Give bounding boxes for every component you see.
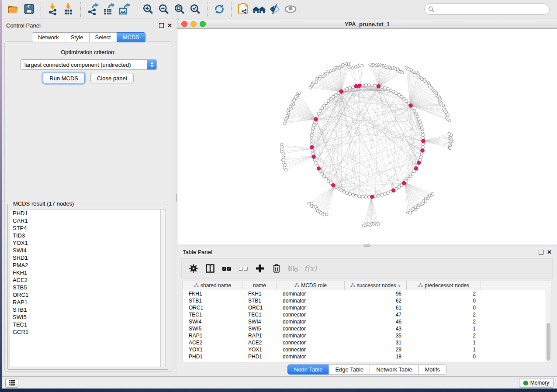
- mcds-result-item[interactable]: CAR1: [10, 217, 160, 224]
- tab-mcds[interactable]: MCDS: [117, 32, 145, 42]
- table-cell[interactable]: 35: [345, 333, 407, 339]
- import-network-icon[interactable]: [46, 2, 60, 16]
- mcds-result-item[interactable]: PMA2: [10, 261, 160, 269]
- birds-eye-view-icon[interactable]: [284, 2, 298, 16]
- clone-network-icon[interactable]: [236, 2, 250, 16]
- mcds-result-item[interactable]: ACE2: [10, 276, 160, 284]
- table-cell[interactable]: dominator: [277, 319, 345, 325]
- task-history-button[interactable]: [5, 378, 18, 388]
- table-cell[interactable]: dominator: [277, 354, 345, 360]
- zoom-out-icon[interactable]: [157, 2, 171, 16]
- table-cell[interactable]: ACE2: [183, 340, 242, 346]
- run-mcds-button[interactable]: Run MCDS: [43, 73, 85, 83]
- optimization-criterion-select[interactable]: largest connected component (undirected): [20, 59, 157, 70]
- node-table[interactable]: shared namenameMCDS rolesuccessor nodes∨…: [183, 281, 551, 362]
- mcds-result-item[interactable]: STP4: [10, 224, 160, 232]
- network-window-titlebar[interactable]: YPA_prune.txt_1: [177, 20, 557, 29]
- table-row[interactable]: FKH1FKH1dominator962: [183, 290, 551, 297]
- network-graph[interactable]: [177, 29, 557, 244]
- table-cell[interactable]: TEC1: [242, 312, 277, 318]
- table-cell[interactable]: connector: [277, 347, 345, 353]
- table-cell[interactable]: ACE2: [242, 340, 277, 346]
- tab-network[interactable]: Network: [32, 32, 65, 42]
- table-row[interactable]: PHD1PHD1dominator180: [183, 353, 551, 360]
- table-cell[interactable]: 0: [407, 305, 481, 311]
- table-settings-icon[interactable]: [188, 263, 199, 274]
- tab-style[interactable]: Style: [65, 32, 90, 42]
- table-row[interactable]: SWI4SWI4dominator462: [183, 318, 551, 325]
- table-cell[interactable]: 2: [407, 291, 481, 297]
- table-cell[interactable]: YOX1: [183, 347, 242, 353]
- close-panel-icon[interactable]: ✕: [167, 23, 172, 28]
- table-cell[interactable]: RAP1: [183, 333, 242, 339]
- mcds-result-item[interactable]: GCR1: [10, 328, 160, 336]
- table-cell[interactable]: 61: [345, 305, 407, 311]
- deselect-all-icon[interactable]: [238, 263, 249, 274]
- table-cell[interactable]: 47: [345, 312, 407, 318]
- table-cell[interactable]: 46: [345, 319, 407, 325]
- import-table-icon[interactable]: [62, 2, 76, 16]
- mcds-result-item[interactable]: SWI4: [10, 247, 160, 254]
- mcds-result-item[interactable]: STB5: [10, 284, 160, 291]
- table-cell[interactable]: 1: [407, 340, 481, 346]
- table-cell[interactable]: dominator: [277, 298, 345, 304]
- table-row[interactable]: SWI5SWI5connector431: [183, 325, 551, 332]
- table-scrollbar[interactable]: [546, 290, 551, 362]
- column-header-MCDS-role[interactable]: MCDS role: [277, 281, 345, 290]
- table-cell[interactable]: connector: [277, 340, 345, 346]
- mcds-result-item[interactable]: ORC1: [10, 291, 160, 299]
- memory-button[interactable]: Memory: [519, 378, 554, 388]
- mcds-result-item[interactable]: SWI5: [10, 313, 160, 321]
- mcds-result-item[interactable]: RAP1: [10, 299, 160, 306]
- mcds-result-list[interactable]: PHD1CAR1STP4TID3YOX1SWI4SRD1PMA2FKH1ACE2…: [10, 209, 161, 367]
- table-cell[interactable]: PHD1: [183, 354, 242, 360]
- table-cell[interactable]: ORC1: [242, 305, 277, 311]
- mcds-list-scrollbar[interactable]: [161, 209, 166, 367]
- column-header-predecessor-nodes[interactable]: predecessor nodes: [407, 281, 481, 290]
- tab-select[interactable]: Select: [89, 32, 117, 42]
- table-cell[interactable]: 31: [345, 340, 407, 346]
- home-view-icon[interactable]: [252, 2, 266, 16]
- table-cell[interactable]: 2: [407, 312, 481, 318]
- table-cell[interactable]: PHD1: [242, 354, 277, 360]
- table-cell[interactable]: FKH1: [183, 291, 242, 297]
- table-cell[interactable]: SWI5: [242, 326, 277, 332]
- table-cell[interactable]: STB1: [242, 298, 277, 304]
- close-table-panel-icon[interactable]: ✕: [547, 250, 552, 254]
- mcds-result-item[interactable]: TID3: [10, 232, 160, 239]
- select-all-icon[interactable]: ✓✓: [221, 263, 232, 274]
- save-session-icon[interactable]: [22, 2, 36, 16]
- table-row[interactable]: RAP1RAP1dominator352: [183, 332, 551, 339]
- close-panel-button[interactable]: Close panel: [90, 73, 134, 83]
- float-panel-icon[interactable]: [159, 23, 164, 28]
- tab-node-table[interactable]: Node Table: [287, 364, 329, 375]
- zoom-in-icon[interactable]: [141, 2, 155, 16]
- apply-layout-icon[interactable]: [212, 2, 226, 16]
- table-scrollbar-thumb[interactable]: [547, 323, 550, 361]
- mcds-result-item[interactable]: STB1: [10, 306, 160, 313]
- zoom-fit-content-icon[interactable]: [173, 2, 187, 16]
- table-row[interactable]: ORC1ORC1dominator610: [183, 304, 551, 311]
- table-cell[interactable]: 29: [345, 347, 407, 353]
- table-cell[interactable]: YOX1: [242, 347, 277, 353]
- maximize-window-icon[interactable]: [200, 21, 206, 27]
- column-manager-icon[interactable]: [204, 263, 216, 274]
- table-cell[interactable]: 0: [407, 354, 481, 360]
- mcds-result-item[interactable]: FKH1: [10, 269, 160, 276]
- export-image-icon[interactable]: [117, 2, 131, 16]
- tab-edge-table[interactable]: Edge Table: [329, 364, 370, 375]
- table-cell[interactable]: 96: [345, 291, 407, 297]
- table-cell[interactable]: dominator: [277, 291, 345, 297]
- float-table-panel-icon[interactable]: [539, 250, 543, 254]
- hide-graphics-details-icon[interactable]: [268, 2, 282, 16]
- table-cell[interactable]: 62: [345, 298, 407, 304]
- zoom-selected-icon[interactable]: [188, 2, 202, 16]
- table-cell[interactable]: 0: [407, 298, 481, 304]
- tab-motifs[interactable]: Motifs: [418, 364, 446, 375]
- table-cell[interactable]: SWI4: [183, 319, 242, 325]
- table-cell[interactable]: 43: [345, 326, 407, 332]
- table-row[interactable]: YOX1YOX1connector291: [183, 346, 551, 353]
- column-header-shared-name[interactable]: shared name: [183, 281, 242, 290]
- table-cell[interactable]: 1: [407, 326, 481, 332]
- table-cell[interactable]: FKH1: [242, 291, 277, 297]
